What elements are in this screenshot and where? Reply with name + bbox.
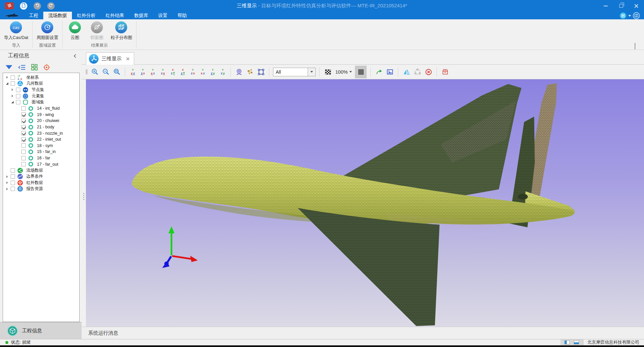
combobox-dropdown-button[interactable] xyxy=(308,68,315,76)
expander-icon[interactable] xyxy=(10,95,15,97)
tree-item-坐标系[interactable]: YZX坐标系 xyxy=(3,74,79,81)
mirror-icon[interactable] xyxy=(402,67,411,76)
tree-item-15 - far_in[interactable]: 15 - far_in xyxy=(3,149,79,155)
menu-item-数据库[interactable]: 数据库 xyxy=(129,12,153,19)
expander-icon[interactable] xyxy=(5,82,9,85)
new-document-button[interactable] xyxy=(20,2,27,10)
ribbon-button-周期面设置[interactable]: 周期面设置 xyxy=(34,21,61,41)
tree-checkbox[interactable] xyxy=(16,88,20,92)
tree-item-16 - far[interactable]: 16 - far xyxy=(3,155,79,161)
tree-checkbox[interactable] xyxy=(21,150,26,154)
tab-close-icon[interactable] xyxy=(126,57,130,61)
3d-viewport[interactable] xyxy=(86,79,644,327)
tree-checkbox[interactable] xyxy=(21,119,26,123)
view-orientation-button-8[interactable]: Yxz xyxy=(199,68,207,76)
project-info-tab-button[interactable]: 工程信息 xyxy=(22,328,42,334)
tree-item-21 - body[interactable]: 21 - body xyxy=(3,124,79,130)
menu-item-红外分析[interactable]: 红外分析 xyxy=(72,12,101,19)
tree-checkbox[interactable] xyxy=(16,94,20,98)
tree-item-红外数据[interactable]: 红外数据 xyxy=(3,180,79,186)
undo-button[interactable] xyxy=(34,2,41,10)
view-orientation-button-5[interactable]: XzY xyxy=(169,68,177,76)
tree-checkbox[interactable] xyxy=(21,143,26,148)
tree-item-节点集[interactable]: 节点集 xyxy=(3,87,79,93)
tree-checkbox[interactable] xyxy=(11,187,15,191)
tree-checkbox[interactable] xyxy=(21,112,26,117)
tree-checkbox[interactable] xyxy=(21,137,26,142)
archive-box-icon[interactable] xyxy=(441,67,450,76)
expander-icon[interactable] xyxy=(5,181,9,184)
export-arrow-icon[interactable] xyxy=(374,67,383,76)
app-menu-button[interactable] xyxy=(5,2,14,9)
view-orientation-button-6[interactable]: XzY xyxy=(179,68,187,76)
ribbon-button-云图[interactable]: 云图 xyxy=(64,21,86,41)
view-orientation-button-7[interactable]: Yzx xyxy=(189,68,197,76)
close-button[interactable] xyxy=(629,0,644,12)
tree-checkbox[interactable] xyxy=(11,181,15,185)
tree-item-几何数据[interactable]: 几何数据 xyxy=(3,81,79,87)
tree-item-22 - inlet_out[interactable]: 22 - inlet_out xyxy=(3,136,79,143)
expander-icon[interactable] xyxy=(5,188,9,190)
selection-box-icon[interactable] xyxy=(256,67,265,76)
tree-checkbox[interactable] xyxy=(11,75,15,80)
expander-icon[interactable] xyxy=(5,76,9,79)
transparency-icon[interactable] xyxy=(323,67,332,76)
menu-item-设置[interactable]: 设置 xyxy=(153,12,172,19)
tree-checkbox[interactable] xyxy=(11,81,15,86)
view-orientation-button-10[interactable]: Yzy xyxy=(219,68,227,76)
tree-item-20 - chuiwei[interactable]: 20 - chuiwei xyxy=(3,118,79,124)
tree-item-报告资源[interactable]: 报告资源 xyxy=(3,186,79,192)
tree-item-边界条件[interactable]: 边界条件 xyxy=(3,174,79,180)
filter-icon[interactable] xyxy=(5,65,13,70)
tree-item-18 - sym[interactable]: 18 - sym xyxy=(3,143,79,149)
grid-green-icon[interactable] xyxy=(31,64,38,70)
menu-item-工程[interactable]: 工程 xyxy=(24,12,43,19)
tree-item-14 - int_fluid[interactable]: 14 - int_fluid xyxy=(3,105,79,112)
zoom-out-icon[interactable] xyxy=(101,67,110,76)
tree-item-23 - nozzle_in[interactable]: 23 - nozzle_in xyxy=(3,130,79,136)
expander-icon[interactable] xyxy=(10,101,15,103)
chevron-down-icon[interactable] xyxy=(628,15,631,17)
ribbon-button-导入Cas/Dat[interactable]: cas导入Cas/Dat xyxy=(1,21,31,41)
help-panel-button[interactable] xyxy=(633,12,640,19)
view-orientation-button-1[interactable]: Yxz xyxy=(129,68,137,76)
menu-item-红外结果[interactable]: 红外结果 xyxy=(101,12,129,19)
camera-view-icon[interactable] xyxy=(234,67,243,76)
zoom-in-icon[interactable] xyxy=(90,67,99,76)
tab-3d-display[interactable]: 三维显示 xyxy=(86,52,134,65)
tree-checkbox[interactable] xyxy=(21,106,26,111)
ribbon-button-粒子分布图[interactable]: 粒子分布图 xyxy=(108,21,135,41)
tree-item-面域集[interactable]: 面域集 xyxy=(3,99,79,105)
tree-checkbox[interactable] xyxy=(21,131,26,135)
toggle-left-panel-icon[interactable] xyxy=(564,340,570,344)
run-panel-button[interactable] xyxy=(619,12,627,19)
view-orientation-button-9[interactable]: Yzy xyxy=(209,68,217,76)
panel-splitter-handle[interactable] xyxy=(83,193,85,200)
tree-checkbox[interactable] xyxy=(21,125,26,129)
particles-icon[interactable] xyxy=(245,67,254,76)
restore-button[interactable] xyxy=(613,0,629,12)
tree-checkbox[interactable] xyxy=(16,100,20,104)
collapse-ribbon-button[interactable] xyxy=(635,44,638,47)
view-orientation-button-2[interactable]: Yzx xyxy=(139,68,147,76)
tree-item-17 - far_out[interactable]: 17 - far_out xyxy=(3,161,79,167)
zoom-level-dropdown[interactable]: 100% xyxy=(334,69,353,75)
toggle-bottom-panel-icon[interactable] xyxy=(574,340,579,344)
collapse-panel-button chevron-left-icon[interactable] xyxy=(74,54,77,58)
redo-button[interactable] xyxy=(47,2,55,10)
tree-checkbox[interactable] xyxy=(21,162,26,166)
locate-icon[interactable] xyxy=(43,64,50,71)
view-orientation-button-3[interactable]: Yxz xyxy=(149,68,157,76)
tree-item-流场数据[interactable]: 流场数据 xyxy=(3,167,79,174)
delete-icon[interactable] xyxy=(424,67,433,76)
expander-icon[interactable] xyxy=(5,175,9,178)
expander-icon[interactable] xyxy=(10,88,15,91)
menu-item-帮助[interactable]: 帮助 xyxy=(172,12,192,19)
zoom-fit-icon[interactable] xyxy=(112,67,121,76)
tree-item-元素集[interactable]: 元素集 xyxy=(3,93,79,99)
tree-checkbox[interactable] xyxy=(11,174,15,179)
view-orientation-button-4[interactable]: Yzx xyxy=(159,68,167,76)
toolbar-drag-handle[interactable] xyxy=(86,69,88,74)
grid-icon[interactable] xyxy=(355,66,367,78)
tree-checkbox[interactable] xyxy=(21,156,26,160)
